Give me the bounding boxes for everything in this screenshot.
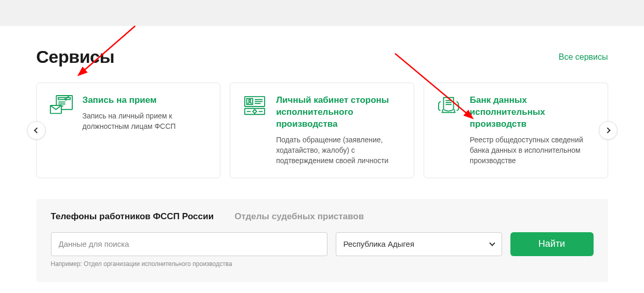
search-row: Республика Адыгея Найти	[51, 232, 594, 256]
chevron-right-icon	[604, 127, 610, 133]
card-title: Запись на прием	[83, 95, 208, 106]
service-card-cabinet[interactable]: Личный кабинет стороны исполнительного п…	[230, 83, 414, 178]
service-card-appointment[interactable]: Запись на прием Запись на личный прием к…	[36, 83, 221, 178]
tab-phones[interactable]: Телефоны работников ФССП России	[51, 211, 214, 222]
card-body: Банк данных исполнительных производств Р…	[470, 95, 595, 166]
tab-departments[interactable]: Отделы судебных приставов	[234, 211, 364, 222]
cabinet-icon	[243, 95, 267, 117]
card-title: Банк данных исполнительных производств	[470, 95, 595, 130]
page-title: Сервисы	[36, 47, 114, 67]
card-desc: Запись на личный прием к должностным лиц…	[83, 111, 208, 132]
chevron-left-icon	[34, 127, 40, 133]
card-body: Запись на прием Запись на личный прием к…	[83, 95, 208, 132]
card-desc: Реестр общедоступных сведений банка данн…	[470, 135, 595, 166]
carousel-next-button[interactable]	[599, 121, 617, 140]
search-input[interactable]	[59, 239, 320, 248]
chevron-down-icon	[489, 241, 495, 246]
databank-icon	[437, 95, 461, 117]
search-panel: Телефоны работников ФССП России Отделы с…	[36, 199, 608, 282]
carousel-prev-button[interactable]	[27, 121, 46, 140]
all-services-link[interactable]: Все сервисы	[559, 52, 608, 62]
section-header: Сервисы Все сервисы	[36, 26, 608, 83]
top-strip	[0, 0, 644, 26]
cards-row: Запись на прием Запись на личный прием к…	[36, 83, 608, 178]
search-input-wrap	[51, 232, 327, 256]
card-desc: Подать обращение (заявление, ходатайство…	[276, 135, 401, 166]
search-button[interactable]: Найти	[510, 232, 594, 256]
services-carousel: Запись на прием Запись на личный прием к…	[36, 83, 608, 178]
card-title: Личный кабинет стороны исполнительного п…	[276, 95, 401, 130]
svg-point-10	[249, 100, 251, 102]
card-body: Личный кабинет стороны исполнительного п…	[276, 95, 401, 166]
service-card-databank[interactable]: Банк данных исполнительных производств Р…	[424, 83, 608, 178]
region-select[interactable]: Республика Адыгея	[336, 232, 502, 256]
search-tabs: Телефоны работников ФССП России Отделы с…	[51, 211, 594, 222]
region-value: Республика Адыгея	[344, 239, 415, 248]
search-hint: Например: Отдел организации исполнительн…	[51, 260, 594, 268]
appointment-icon	[49, 95, 73, 117]
